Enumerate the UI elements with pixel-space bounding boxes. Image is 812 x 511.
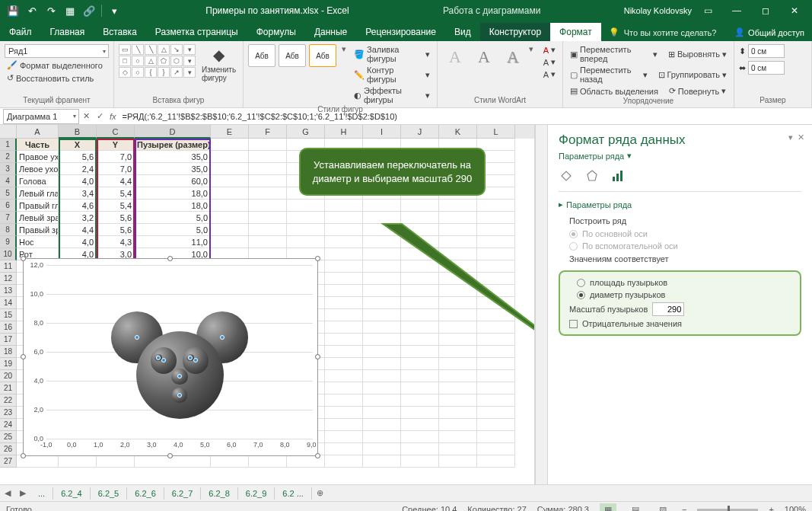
cell[interactable] (363, 273, 401, 285)
cancel-icon[interactable]: ✕ (79, 111, 93, 121)
cell[interactable] (325, 273, 363, 285)
share-button[interactable]: 👤Общий доступ (727, 24, 812, 41)
tab-design[interactable]: Конструктор (480, 23, 550, 41)
cell[interactable] (211, 151, 249, 163)
tab-nav-prev-icon[interactable]: ◀ (0, 488, 15, 498)
cell[interactable] (249, 200, 287, 212)
cell[interactable]: 18,0 (135, 187, 211, 200)
col-header[interactable]: I (363, 125, 401, 139)
cell[interactable] (325, 297, 363, 309)
edit-shape-button[interactable]: ◆Изменить фигуру (199, 44, 239, 84)
row-header[interactable]: 6 (0, 200, 17, 212)
data-point[interactable] (220, 335, 224, 340)
col-header[interactable]: L (477, 125, 515, 139)
cell[interactable] (363, 260, 401, 273)
cell[interactable] (363, 431, 401, 443)
height-input[interactable]: 0 см (748, 44, 785, 58)
cell[interactable]: 11,0 (135, 236, 211, 248)
cell[interactable] (477, 431, 515, 443)
row-header[interactable]: 23 (0, 407, 17, 419)
cell[interactable] (287, 224, 325, 236)
text-effects-button[interactable]: A▾ (541, 69, 558, 80)
row-header[interactable]: 14 (0, 297, 17, 309)
cell[interactable]: Правый зрачок (17, 224, 59, 236)
cell[interactable] (249, 139, 287, 151)
cell[interactable] (401, 321, 439, 334)
qat-more-icon[interactable]: ▾ (106, 2, 123, 19)
select-all[interactable] (0, 125, 17, 139)
data-point[interactable] (135, 335, 139, 340)
cell[interactable] (477, 382, 515, 394)
row-header[interactable]: 25 (0, 431, 17, 443)
chart-object[interactable]: 0,02,04,06,08,010,012,0-1,00,01,02,03,04… (23, 258, 318, 456)
cell[interactable] (401, 334, 439, 346)
cell[interactable] (135, 455, 211, 468)
qat-icon2[interactable]: 🔗 (81, 2, 97, 19)
cell[interactable] (401, 346, 439, 358)
shapes-gallery[interactable]: ▭╲╲△↘▾ □○△⬠⬡▾ ◇○{}↗▾ (119, 44, 196, 78)
cell[interactable] (439, 419, 477, 431)
cell[interactable] (439, 431, 477, 443)
cell[interactable]: Левое ухо (17, 163, 59, 175)
tab-insert[interactable]: Вставка (94, 23, 146, 41)
gallery-more-icon[interactable]: ▾ (529, 44, 538, 54)
sheet-tab[interactable]: 6.2_5 (91, 487, 128, 500)
col-header[interactable]: E (211, 125, 249, 139)
cell[interactable] (211, 200, 249, 212)
cell[interactable] (249, 455, 287, 468)
cell[interactable]: Пузырек (размер) (135, 139, 211, 151)
cell[interactable] (325, 321, 363, 334)
fill-tab-icon[interactable] (559, 168, 574, 184)
cell[interactable] (439, 212, 477, 224)
sheet-tab[interactable]: 6.2_8 (201, 487, 238, 500)
cell[interactable] (325, 224, 363, 236)
cell[interactable] (325, 285, 363, 297)
element-selector[interactable]: Ряд1 (5, 44, 109, 58)
cell[interactable]: 4,4 (59, 224, 97, 236)
reset-style-button[interactable]: ↺Восстановить стиль (5, 72, 109, 84)
cell[interactable] (477, 407, 515, 419)
zoom-in-icon[interactable]: + (769, 505, 773, 511)
cell[interactable] (477, 334, 515, 346)
row-header[interactable]: 11 (0, 260, 17, 273)
cell[interactable] (401, 419, 439, 431)
row-header[interactable]: 1 (0, 139, 17, 151)
cell[interactable] (249, 151, 287, 163)
row-header[interactable]: 4 (0, 175, 17, 187)
cell[interactable] (401, 407, 439, 419)
col-header[interactable]: J (401, 125, 439, 139)
cell[interactable] (439, 370, 477, 382)
shape-style[interactable]: Абв (248, 44, 275, 67)
cell[interactable]: 4,6 (59, 200, 97, 212)
zoom-out-icon[interactable]: − (682, 505, 686, 511)
cell[interactable] (287, 212, 325, 224)
col-header[interactable]: G (287, 125, 325, 139)
cell[interactable]: 4,0 (59, 175, 97, 187)
cell[interactable]: 5,6 (59, 151, 97, 163)
cell[interactable] (439, 382, 477, 394)
cell[interactable] (325, 407, 363, 419)
sheet-tab[interactable]: 6.2_4 (53, 487, 91, 500)
pane-subtitle[interactable]: Параметры ряда ▾ (559, 151, 801, 161)
cell[interactable] (477, 346, 515, 358)
tell-me[interactable]: 💡Что вы хотите сделать? (601, 24, 724, 41)
shape-outline-button[interactable]: ✏️Контур фигуры ▾ (352, 65, 432, 85)
diameter-radio[interactable]: диаметр пузырьков (566, 289, 794, 301)
cell[interactable] (249, 224, 287, 236)
row-header[interactable]: 2 (0, 151, 17, 163)
cell[interactable] (249, 236, 287, 248)
cell[interactable]: 3,4 (59, 187, 97, 200)
row-header[interactable]: 26 (0, 443, 17, 455)
selection-pane-button[interactable]: ▤ Область выделения (568, 85, 661, 97)
cell[interactable]: 5,4 (97, 200, 135, 212)
tab-file[interactable]: Файл (0, 23, 41, 41)
col-header[interactable]: H (325, 125, 363, 139)
cell[interactable] (439, 407, 477, 419)
ribbon-opts-icon[interactable]: ▭ (695, 0, 721, 21)
cell[interactable] (325, 431, 363, 443)
cell[interactable] (439, 200, 477, 212)
fx-icon[interactable]: fx (107, 112, 119, 121)
row-header[interactable]: 13 (0, 285, 17, 297)
row-header[interactable]: 9 (0, 236, 17, 248)
cell[interactable] (401, 370, 439, 382)
